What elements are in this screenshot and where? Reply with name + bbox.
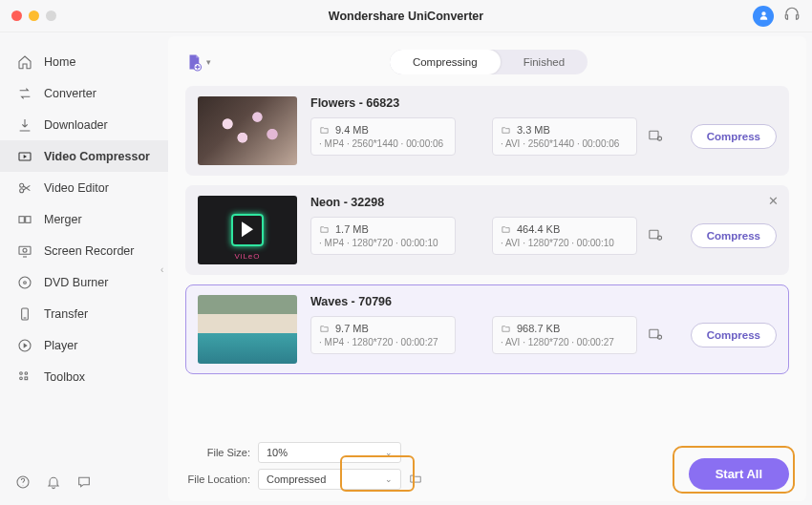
- titlebar: Wondershare UniConverter: [0, 0, 812, 32]
- sidebar-label: Downloader: [44, 118, 108, 132]
- file-title: Waves - 70796: [310, 295, 777, 308]
- sidebar-label: Player: [44, 339, 77, 352]
- svg-point-7: [19, 277, 31, 288]
- feedback-icon[interactable]: [76, 474, 92, 494]
- download-icon: [17, 117, 32, 133]
- window-zoom-button[interactable]: [46, 11, 56, 21]
- support-icon[interactable]: [783, 6, 801, 27]
- file-size-select[interactable]: 10%⌄: [258, 442, 401, 463]
- sidebar-label: Video Compressor: [44, 150, 150, 163]
- arrow-right-icon: [465, 225, 482, 246]
- sidebar-item-home[interactable]: Home: [0, 46, 168, 77]
- sidebar-label: Screen Recorder: [44, 244, 135, 258]
- compress-settings-button[interactable]: [647, 326, 663, 346]
- file-card[interactable]: ✕ ViLeO Neon - 32298 1.7 MB · MP4 · 1280…: [185, 185, 789, 275]
- svg-point-13: [20, 377, 23, 380]
- target-info-box: 968.7 KB · AVI · 1280*720 · 00:00:27: [492, 316, 637, 354]
- sidebar-item-video-compressor[interactable]: Video Compressor: [0, 140, 168, 172]
- sidebar-item-merger[interactable]: Merger: [0, 203, 168, 235]
- help-icon[interactable]: [15, 474, 31, 494]
- file-card[interactable]: Flowers - 66823 9.4 MB · MP4 · 2560*1440…: [185, 86, 789, 176]
- target-info-box: 3.3 MB · AVI · 2560*1440 · 00:00:06: [492, 117, 637, 156]
- arrow-right-icon: [465, 126, 482, 147]
- compress-settings-button[interactable]: [647, 127, 663, 147]
- source-info-box: 1.7 MB · MP4 · 1280*720 · 00:00:10: [310, 217, 456, 255]
- window-minimize-button[interactable]: [29, 11, 39, 21]
- arrow-right-icon: [465, 325, 482, 346]
- compress-settings-button[interactable]: [647, 226, 663, 246]
- sidebar-item-toolbox[interactable]: Toolbox: [0, 361, 168, 392]
- svg-point-2: [20, 188, 24, 192]
- compress-button[interactable]: Compress: [691, 223, 777, 248]
- window-close-button[interactable]: [11, 11, 22, 21]
- sidebar-label: Converter: [44, 87, 96, 100]
- svg-point-1: [20, 183, 24, 187]
- account-avatar[interactable]: [753, 6, 774, 27]
- notifications-icon[interactable]: [46, 474, 61, 494]
- merger-icon: [17, 212, 32, 227]
- source-info-box: 9.7 MB · MP4 · 1280*720 · 00:00:27: [310, 316, 456, 354]
- video-thumbnail: ViLeO: [198, 196, 297, 264]
- file-title: Flowers - 66823: [310, 96, 777, 110]
- sidebar-label: Home: [44, 55, 75, 69]
- sidebar-item-transfer[interactable]: Transfer: [0, 298, 168, 329]
- compressor-icon: [17, 149, 32, 164]
- remove-item-button[interactable]: ✕: [768, 194, 779, 208]
- tab-finished[interactable]: Finished: [501, 50, 588, 74]
- svg-point-6: [23, 248, 27, 252]
- sidebar-item-downloader[interactable]: Downloader: [0, 109, 168, 140]
- sidebar: Home Converter Downloader Video Compress…: [0, 32, 168, 505]
- svg-rect-14: [25, 377, 28, 380]
- file-list: Flowers - 66823 9.4 MB · MP4 · 2560*1440…: [185, 86, 789, 374]
- sidebar-label: Merger: [44, 213, 82, 226]
- sidebar-item-player[interactable]: Player: [0, 329, 168, 361]
- sidebar-item-converter[interactable]: Converter: [0, 77, 168, 109]
- editor-icon: [17, 180, 32, 196]
- sidebar-item-dvd-burner[interactable]: DVD Burner: [0, 266, 168, 298]
- file-location-label: File Location:: [185, 473, 250, 485]
- file-title: Neon - 32298: [310, 196, 777, 209]
- svg-rect-18: [650, 131, 658, 139]
- chevron-down-icon: ▾: [206, 57, 211, 67]
- toolbox-icon: [17, 369, 32, 385]
- compress-button[interactable]: Compress: [691, 323, 777, 347]
- main-panel: ‹ ▾ Compressing Finished Flowers - 66823: [168, 36, 806, 501]
- svg-rect-20: [650, 230, 658, 239]
- sidebar-item-video-editor[interactable]: Video Editor: [0, 172, 168, 203]
- svg-point-16: [23, 485, 24, 486]
- target-info-box: 464.4 KB · AVI · 1280*720 · 00:00:10: [492, 217, 637, 255]
- tab-switcher: Compressing Finished: [390, 50, 588, 74]
- svg-rect-5: [19, 246, 31, 254]
- file-size-label: File Size:: [185, 447, 250, 458]
- svg-point-8: [24, 281, 27, 284]
- video-thumbnail: [198, 295, 297, 364]
- sidebar-label: Transfer: [44, 307, 88, 321]
- tab-compressing[interactable]: Compressing: [390, 50, 501, 74]
- player-icon: [17, 338, 32, 353]
- svg-rect-22: [650, 329, 658, 338]
- collapse-sidebar-button[interactable]: ‹: [160, 263, 163, 274]
- svg-point-11: [20, 371, 23, 374]
- add-file-button[interactable]: ▾: [185, 53, 211, 72]
- app-title: Wondershare UniConverter: [0, 10, 812, 23]
- start-all-button[interactable]: Start All: [689, 458, 789, 490]
- compress-button[interactable]: Compress: [691, 124, 777, 149]
- file-card[interactable]: Waves - 70796 9.7 MB · MP4 · 1280*720 · …: [185, 284, 789, 374]
- transfer-icon: [17, 306, 32, 322]
- file-location-select[interactable]: Compressed⌄: [258, 469, 401, 490]
- recorder-icon: [17, 243, 32, 259]
- dvd-icon: [17, 275, 32, 290]
- converter-icon: [17, 86, 32, 101]
- svg-rect-4: [26, 216, 31, 222]
- chevron-down-icon: ⌄: [385, 474, 393, 484]
- svg-point-12: [25, 371, 28, 374]
- video-thumbnail: [198, 96, 297, 165]
- chevron-down-icon: ⌄: [385, 448, 393, 457]
- open-folder-button[interactable]: [409, 472, 422, 487]
- sidebar-label: DVD Burner: [44, 276, 108, 289]
- sidebar-label: Toolbox: [44, 370, 85, 384]
- source-info-box: 9.4 MB · MP4 · 2560*1440 · 00:00:06: [310, 117, 456, 156]
- sidebar-label: Video Editor: [44, 181, 109, 195]
- svg-rect-3: [19, 216, 24, 222]
- sidebar-item-screen-recorder[interactable]: Screen Recorder: [0, 235, 168, 266]
